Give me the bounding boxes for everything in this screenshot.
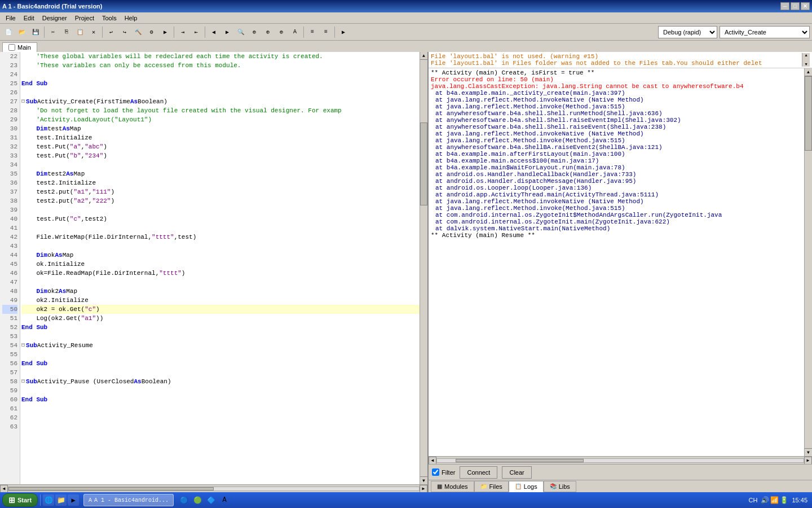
clear-button[interactable]: Clear	[502, 466, 531, 479]
code-line-62	[21, 413, 420, 422]
start-button[interactable]: ⊞ Start	[2, 493, 38, 507]
tb-indent[interactable]: ⇥	[176, 26, 189, 38]
log-tab-logs[interactable]: 📋 Logs	[509, 481, 544, 492]
tb-paste[interactable]: 📋	[74, 26, 86, 38]
log-vscroll-down[interactable]: ▼	[805, 448, 812, 456]
close-button[interactable]: ✕	[801, 2, 810, 10]
tb-open[interactable]: 📂	[16, 26, 28, 38]
activity-dropdown[interactable]: Activity_Create Activity_Resume Activity…	[720, 26, 810, 38]
editor-wrapper: 22 23 24 25 26 27 28 29 30 31 32 33 34 3…	[0, 52, 429, 492]
ql-media[interactable]: ▶	[68, 494, 79, 506]
tray-volume[interactable]: 🔊	[761, 496, 769, 504]
tb-align-left[interactable]: ≡	[306, 26, 319, 38]
log-vscroll-thumb[interactable]	[805, 76, 812, 151]
taskbar-blue2[interactable]: 🔷	[205, 494, 217, 506]
taskbar-app-basic4[interactable]: A A 1 - Basic4android...	[83, 494, 174, 506]
editor-hscroll: ◀ ▶	[0, 484, 427, 492]
taskbar-green[interactable]: 🟢	[192, 494, 203, 506]
log-tabs: ▦ Modules 📁 Files 📋 Logs 📚 Libs	[429, 480, 812, 492]
title-text: A 1 - Basic4android (Trial version)	[2, 3, 102, 10]
log-tab-files[interactable]: 📁 Files	[474, 481, 509, 492]
log-tab-libs[interactable]: 📚 Libs	[544, 481, 576, 492]
log-stack-10: at b4a.example.main.afterFirstLayout(mai…	[431, 151, 802, 157]
tb-forward[interactable]: ▶	[221, 26, 233, 38]
log-tab-modules[interactable]: ▦ Modules	[431, 481, 474, 492]
menu-help[interactable]: Help	[121, 14, 141, 23]
log-stack-2: at java.lang.reflect.Method.invokeNative…	[431, 97, 802, 103]
connect-button[interactable]: Connect	[460, 466, 497, 479]
hscroll-thumb[interactable]	[8, 487, 214, 491]
ql-folder[interactable]: 📁	[55, 494, 67, 506]
minimize-button[interactable]: ─	[780, 2, 789, 10]
menu-designer[interactable]: Designer	[39, 14, 70, 23]
tb-build2[interactable]: ⚙	[145, 26, 158, 38]
tb-format[interactable]: A	[289, 26, 301, 38]
log-hscroll-thumb[interactable]	[456, 459, 584, 462]
tab-main[interactable]: Main	[2, 42, 37, 52]
code-line-39	[21, 205, 420, 214]
log-resume-header: ** Activity (main) Resume **	[431, 232, 802, 239]
hscroll-right[interactable]: ▶	[420, 485, 427, 493]
debug-mode-dropdown[interactable]: Debug (rapid) Debug (legacy) Release	[658, 26, 717, 38]
log-stack-4: at anywheresoftware.b4a.shell.Shell.runM…	[431, 110, 802, 117]
fold-54[interactable]: ⊟	[21, 341, 25, 350]
tb-build1[interactable]: 🔨	[132, 26, 144, 38]
tb-new[interactable]: 📄	[2, 26, 15, 38]
tb-delete[interactable]: ✕	[87, 26, 100, 38]
quicklaunch: 🌐 📁 ▶	[43, 494, 79, 506]
ql-explorer[interactable]: 🌐	[43, 494, 54, 506]
maximize-button[interactable]: □	[791, 2, 800, 10]
vscroll-thumb[interactable]	[420, 122, 427, 206]
hscroll-left[interactable]: ◀	[0, 485, 8, 493]
menu-edit[interactable]: Edit	[20, 14, 38, 23]
log-hscroll-left[interactable]: ◀	[429, 457, 436, 465]
tab-checkbox[interactable]	[8, 44, 15, 51]
log-hscroll-right[interactable]: ▶	[804, 457, 812, 465]
tb-cut[interactable]: ✂	[47, 26, 59, 38]
tb-align-right[interactable]: ≡	[320, 26, 332, 38]
tb-search4[interactable]: ⊕	[275, 26, 288, 38]
code-line-25: End Sub	[21, 79, 420, 88]
fold-58[interactable]: ⊟	[21, 377, 25, 386]
menu-project[interactable]: Project	[72, 14, 98, 23]
taskbar-logo[interactable]: A	[219, 494, 230, 506]
log-hscroll: ◀ ▶	[429, 456, 812, 464]
tb-search3[interactable]: ⊕	[262, 26, 274, 38]
start-label: Start	[17, 497, 32, 503]
fold-27[interactable]: ⊟	[21, 97, 25, 106]
tb-run[interactable]: ▶	[159, 26, 171, 38]
vscroll-up[interactable]: ▲	[420, 52, 427, 60]
tb-search1[interactable]: 🔍	[235, 26, 247, 38]
code-area[interactable]: 22 23 24 25 26 27 28 29 30 31 32 33 34 3…	[0, 52, 427, 484]
menu-file[interactable]: File	[2, 14, 19, 23]
tray-battery[interactable]: 🔋	[780, 496, 788, 504]
tb-outdent[interactable]: ⇤	[190, 26, 202, 38]
logs-icon: 📋	[515, 483, 522, 489]
taskbar: ⊞ Start 🌐 📁 ▶ A A 1 - Basic4android... 🔵…	[0, 492, 812, 508]
log-stack-11: at b4a.example.main.access$100(main.java…	[431, 157, 802, 164]
filter-checkbox[interactable]	[432, 468, 439, 476]
tb-copy[interactable]: ⎘	[60, 26, 73, 38]
menu-tools[interactable]: Tools	[99, 14, 120, 23]
warning-scroll-up[interactable]: ▲	[805, 53, 807, 58]
tb-save[interactable]: 💾	[29, 26, 42, 38]
tb-redo[interactable]: ↪	[118, 26, 131, 38]
warning-scroll-down[interactable]: ▼	[805, 62, 807, 67]
modules-icon: ▦	[437, 483, 442, 489]
editor-vscroll[interactable]: ▲ ▼	[420, 52, 427, 484]
tb-undo[interactable]: ↩	[105, 26, 117, 38]
log-vscroll[interactable]: ▲ ▼	[804, 68, 812, 456]
taskbar-chrome[interactable]: 🔵	[178, 494, 189, 506]
tray-network[interactable]: 📶	[770, 496, 779, 504]
log-vscroll-up[interactable]: ▲	[805, 68, 812, 76]
files-label: Files	[489, 483, 502, 490]
vscroll-down[interactable]: ▼	[420, 476, 427, 484]
code-content[interactable]: 'These global variables will be redeclar…	[20, 52, 420, 484]
log-warning-text: File 'layout1.bal' is not used. (warning…	[431, 53, 802, 67]
warning-vscroll[interactable]: ▲ ▼	[802, 53, 810, 67]
code-line-33: test.Put("b","234")	[21, 151, 420, 160]
tb-play-start[interactable]: ▶	[337, 26, 350, 38]
tb-back[interactable]: ◀	[208, 26, 220, 38]
code-line-61	[21, 404, 420, 413]
tb-search2[interactable]: ⊕	[248, 26, 261, 38]
